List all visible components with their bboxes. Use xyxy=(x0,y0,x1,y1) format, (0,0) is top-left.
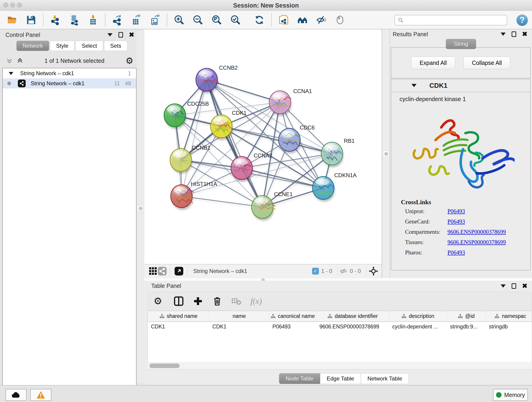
float-panel-icon[interactable] xyxy=(512,32,516,37)
node-table[interactable]: shared name name canonical name database… xyxy=(147,311,532,370)
tree-expand-icon[interactable] xyxy=(9,72,13,75)
zoom-fit-button[interactable] xyxy=(211,14,223,26)
float-panel-icon[interactable] xyxy=(119,32,123,38)
column-header[interactable]: @id xyxy=(447,311,486,322)
collapse-gene-icon[interactable] xyxy=(412,84,417,87)
crosslink-link[interactable]: 9606.ENSP00000378699 xyxy=(447,229,506,235)
horizontal-scrollbar[interactable] xyxy=(147,362,532,369)
edge-HIST1H1A-CCNE1[interactable] xyxy=(181,196,262,207)
cell-shared-name[interactable]: CDK1 xyxy=(148,322,209,332)
edge-CCNB2-CCNE1[interactable] xyxy=(207,80,262,207)
cell-description[interactable]: cyclin-dependent ... xyxy=(389,322,447,332)
warnings-button[interactable] xyxy=(30,389,51,401)
help-button[interactable]: ? xyxy=(516,14,528,26)
network-options-gear-icon[interactable]: ⚙ xyxy=(126,56,137,65)
tab-edge-table[interactable]: Edge Table xyxy=(320,373,361,384)
zoom-out-button[interactable] xyxy=(192,14,204,26)
grid-view-icon[interactable] xyxy=(148,267,158,276)
network-collection-row[interactable]: String Network – cdk1 1 xyxy=(3,68,136,78)
table-row[interactable]: CDK1 CDK1 P06493 9606.ENSP00000378699 cy… xyxy=(148,322,532,332)
database-icon xyxy=(69,14,80,26)
delete-column-icon[interactable] xyxy=(212,296,222,306)
cell-id[interactable]: stringdb:9... xyxy=(447,322,486,332)
tab-string[interactable]: String xyxy=(446,39,476,49)
column-header[interactable]: description xyxy=(389,311,447,322)
save-session-button[interactable] xyxy=(25,14,37,26)
function-builder-icon[interactable]: f(x) xyxy=(250,296,262,306)
share-network-button[interactable] xyxy=(278,14,290,26)
show-columns-icon[interactable] xyxy=(173,296,184,306)
tab-network-table[interactable]: Network Table xyxy=(361,373,409,384)
panel-menu-icon[interactable] xyxy=(500,32,506,36)
panel-menu-icon[interactable] xyxy=(108,33,113,36)
collapse-all-button[interactable]: Collapse All xyxy=(463,57,510,69)
column-header[interactable]: shared name xyxy=(148,311,209,322)
node-CCNA1[interactable]: CCNA1 xyxy=(269,88,312,116)
node-label-CDC6: CDC6 xyxy=(300,124,315,131)
cell-database-identifier[interactable]: 9606.ENSP00000378699 xyxy=(316,322,389,332)
export-table-button[interactable] xyxy=(130,14,142,26)
show-eye-button[interactable] xyxy=(334,14,346,26)
zoom-in-button[interactable] xyxy=(173,14,185,26)
crosslink-link[interactable]: P06493 xyxy=(447,249,465,256)
network-row[interactable]: String Network – cdk1 11 48 xyxy=(3,78,136,89)
tab-select[interactable]: Select xyxy=(75,41,103,51)
search-input[interactable] xyxy=(405,17,507,23)
import-table-button[interactable] xyxy=(87,14,99,26)
tab-node-table[interactable]: Node Table xyxy=(279,373,320,384)
collapse-all-icon[interactable] xyxy=(6,57,13,64)
network-canvas[interactable]: CCNB2CCNA1CDC25BCDK1CDC6RB1CCNB1CCNA2CDK… xyxy=(144,29,382,264)
tab-style[interactable]: Style xyxy=(50,41,75,51)
crosslink-link[interactable]: P06493 xyxy=(447,208,465,215)
cell-namespace[interactable]: stringdb xyxy=(486,322,532,332)
zoom-selected-button[interactable] xyxy=(230,14,241,26)
selected-nodes-checkbox-icon[interactable]: ✓ xyxy=(312,268,319,274)
network-status-dot xyxy=(7,82,11,85)
splitter-handle[interactable] xyxy=(383,151,389,157)
toolbar-separator xyxy=(171,266,171,276)
column-header[interactable]: canonical name xyxy=(269,311,316,322)
tab-sets[interactable]: Sets xyxy=(104,41,127,51)
birdseye-crosshair-icon[interactable] xyxy=(369,267,378,276)
open-session-button[interactable] xyxy=(6,14,18,26)
expand-all-button[interactable]: Expand All xyxy=(411,57,455,69)
node-RB1[interactable]: RB1 xyxy=(321,138,355,167)
close-panel-icon[interactable]: ✖ xyxy=(522,283,527,289)
float-panel-icon[interactable] xyxy=(512,283,516,289)
results-panel: Results Panel ✖ String Expand All Collap… xyxy=(390,29,532,278)
home-button[interactable] xyxy=(297,14,308,26)
panel-menu-icon[interactable] xyxy=(500,284,506,288)
right-splitter[interactable] xyxy=(382,29,390,278)
export-image-button[interactable] xyxy=(149,14,161,26)
delete-table-icon[interactable] xyxy=(231,296,242,306)
node-CDKN1A[interactable]: CDKN1A xyxy=(312,172,356,202)
export-network-button[interactable] xyxy=(111,14,123,26)
search-field[interactable] xyxy=(394,15,507,26)
crosslink-link[interactable]: P06493 xyxy=(447,218,465,225)
cloud-status-button[interactable] xyxy=(6,389,27,401)
close-panel-icon[interactable]: ✖ xyxy=(129,32,134,38)
hide-annotations-button[interactable] xyxy=(315,14,327,26)
network-share-view-icon[interactable] xyxy=(158,267,167,276)
fullscreen-view-icon[interactable] xyxy=(174,267,184,276)
refresh-view-button[interactable] xyxy=(253,14,265,26)
left-splitter[interactable] xyxy=(137,31,144,383)
crosslink-link[interactable]: 9606.ENSP00000378699 xyxy=(447,239,506,245)
horizontal-splitter[interactable] xyxy=(144,278,532,281)
cell-name[interactable]: CDK1 xyxy=(209,322,269,332)
node-HIST1H1A[interactable]: HIST1H1A xyxy=(171,181,217,210)
tab-network[interactable]: Network xyxy=(17,41,49,51)
close-panel-icon[interactable]: ✖ xyxy=(522,31,527,37)
import-network-from-database-button[interactable] xyxy=(68,14,80,26)
column-header[interactable]: database identifier xyxy=(316,311,389,322)
table-options-gear-icon[interactable]: ⚙ xyxy=(154,296,165,306)
expand-all-icon[interactable] xyxy=(17,57,23,64)
column-header[interactable]: namespac xyxy=(486,311,532,322)
cell-canonical-name[interactable]: P06493 xyxy=(269,322,316,332)
import-network-button[interactable] xyxy=(50,14,61,26)
splitter-handle[interactable] xyxy=(138,205,143,211)
memory-button[interactable]: Memory xyxy=(493,389,528,401)
scrollbar-thumb[interactable] xyxy=(149,364,180,368)
add-column-icon[interactable] xyxy=(193,296,203,306)
column-header[interactable]: name xyxy=(209,311,269,322)
